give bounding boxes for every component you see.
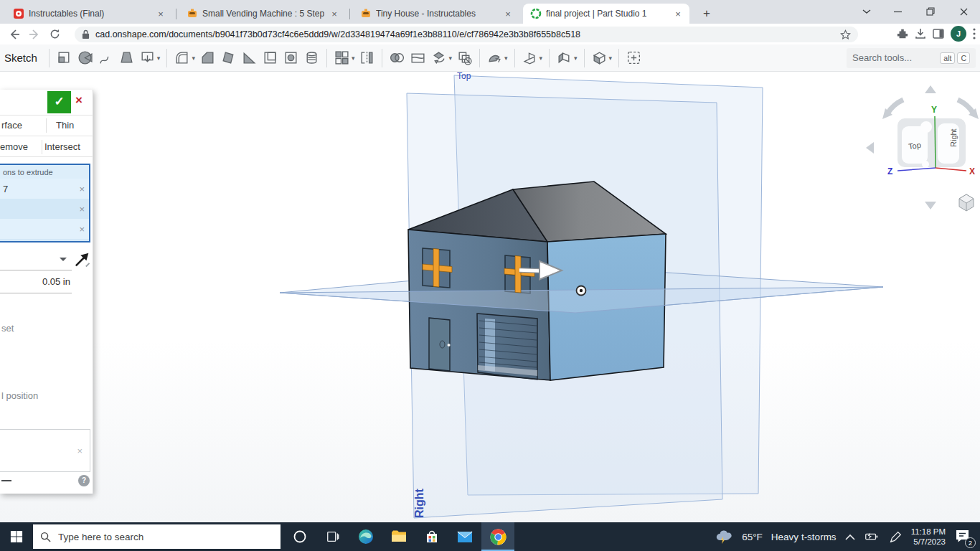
address-bar[interactable]: cad.onshape.com/documents/b9041f73b0d73c…	[75, 27, 858, 42]
chevron-down-icon[interactable]: ▾	[157, 55, 161, 62]
transform-tool-icon[interactable]: ▾	[430, 50, 452, 66]
boundary-surface-tool-icon[interactable]: ▾	[556, 50, 578, 66]
sweep-tool-icon[interactable]	[98, 50, 114, 66]
fillet-tool-icon[interactable]: ▾	[174, 50, 195, 66]
op-remove[interactable]: emove	[0, 141, 28, 152]
start-button[interactable]	[0, 522, 33, 551]
custom-feature-tool-icon[interactable]	[626, 50, 642, 66]
tab-part-studio-active[interactable]: final project | Part Studio 1 ×	[523, 4, 689, 24]
enclose-tool-icon[interactable]: ▾	[591, 50, 613, 66]
depth-value-field[interactable]: 0.05 in	[0, 276, 70, 287]
file-explorer-button[interactable]	[382, 522, 415, 551]
tab-search-chevron-icon[interactable]	[852, 0, 881, 23]
view-cube[interactable]: Top Right Y X Z	[866, 85, 979, 211]
linear-pattern-tool-icon[interactable]: ▾	[334, 50, 355, 66]
mirror-tool-icon[interactable]	[359, 50, 375, 66]
close-icon[interactable]: ×	[329, 9, 340, 19]
isometric-view-icon[interactable]	[959, 194, 974, 211]
offset-surface-tool-icon[interactable]: ▾	[522, 50, 543, 66]
split-tool-icon[interactable]	[410, 50, 426, 66]
close-icon[interactable]: ×	[502, 9, 514, 19]
window-minimize-button[interactable]	[881, 0, 914, 23]
mail-button[interactable]	[448, 522, 481, 551]
end-type-dropdown-caret[interactable]	[59, 256, 67, 262]
chevron-down-icon[interactable]: ▾	[540, 55, 543, 62]
chevron-down-icon[interactable]: ▾	[609, 55, 613, 62]
chevron-down-icon[interactable]: ▾	[504, 55, 508, 62]
search-tools-field[interactable]: Search tools... alt C	[847, 48, 976, 68]
origin-point[interactable]	[577, 286, 586, 296]
op-intersect[interactable]: Intersect	[44, 141, 80, 152]
roll-left-arrow[interactable]	[887, 100, 903, 113]
tab-tiny-house[interactable]: Tiny House - Instructables ×	[353, 4, 519, 24]
thicken-tool-icon[interactable]: ▾	[139, 50, 161, 66]
viewport-canvas[interactable]: Top Right Top Right	[0, 72, 980, 522]
chamfer-tool-icon[interactable]	[199, 50, 216, 66]
remove-item-icon[interactable]: ×	[79, 204, 85, 215]
side-panel-icon[interactable]	[933, 28, 944, 39]
profile-avatar[interactable]: J	[951, 26, 966, 42]
flip-direction-arrow-icon[interactable]	[72, 249, 92, 269]
cancel-button[interactable]: ×	[75, 93, 83, 108]
clear-selection-icon[interactable]: ×	[77, 446, 83, 456]
chevron-down-icon[interactable]: ▾	[192, 55, 195, 62]
browser-menu-icon[interactable]	[973, 28, 976, 39]
tab-thin[interactable]: Thin	[56, 120, 74, 131]
tray-chevron-icon[interactable]	[845, 534, 855, 540]
end-type-select-underline[interactable]	[0, 270, 72, 270]
tab-vending-machine[interactable]: Small Vending Machine : 5 Steps ×	[179, 4, 346, 24]
url-text[interactable]: cad.onshape.com/documents/b9041f73b0d73c…	[95, 29, 840, 39]
offset-option-label[interactable]: set	[1, 323, 14, 334]
sketch-button[interactable]: Sketch	[4, 52, 37, 64]
rotate-left-arrow[interactable]	[866, 142, 874, 154]
window-close-button[interactable]	[947, 0, 980, 23]
accept-button[interactable]: ✓	[47, 91, 71, 113]
tab-surface[interactable]: rface	[1, 120, 22, 131]
help-icon[interactable]: ?	[78, 475, 90, 486]
microsoft-store-button[interactable]	[415, 522, 448, 551]
pen-icon[interactable]	[888, 529, 903, 544]
roll-right-arrow[interactable]	[958, 100, 974, 113]
bookmark-star-icon[interactable]	[840, 29, 851, 40]
view-cube-corner[interactable]	[922, 161, 929, 168]
draft-tool-icon[interactable]	[220, 50, 237, 66]
notification-center-button[interactable]: 2	[954, 528, 973, 545]
back-icon[interactable]	[4, 26, 24, 43]
shell-tool-icon[interactable]	[262, 50, 278, 66]
rib-tool-icon[interactable]	[241, 50, 258, 66]
loft-tool-icon[interactable]	[118, 50, 135, 66]
chevron-down-icon[interactable]: ▾	[574, 55, 578, 62]
list-item[interactable]: ×	[0, 239, 89, 242]
cortana-button[interactable]	[283, 522, 316, 551]
view-cube-corner[interactable]	[920, 121, 932, 133]
tab-instructables-final[interactable]: Instructables (Final) ×	[6, 4, 172, 24]
regions-to-extrude-list[interactable]: ons to extrude 7× × × ×	[0, 164, 90, 242]
battery-icon[interactable]	[864, 529, 880, 545]
boolean-tool-icon[interactable]	[389, 50, 405, 66]
rotate-down-arrow[interactable]	[925, 202, 936, 209]
extensions-puzzle-icon[interactable]	[897, 28, 908, 39]
remove-item-icon[interactable]: ×	[79, 224, 85, 235]
taskbar-clock[interactable]: 11:18 PM 5/7/2023	[911, 527, 946, 547]
list-item[interactable]: 7×	[0, 179, 89, 199]
taskbar-search-box[interactable]: Type here to search	[33, 524, 281, 549]
thread-tool-icon[interactable]	[303, 50, 320, 66]
chevron-down-icon[interactable]: ▾	[352, 55, 355, 62]
task-view-button[interactable]	[316, 522, 349, 551]
reload-icon[interactable]	[44, 26, 65, 43]
graphics-area[interactable]: Top Right Top Right	[0, 72, 980, 522]
edge-button[interactable]	[349, 522, 382, 551]
garage-door[interactable]	[477, 314, 537, 380]
extrude-tool-icon[interactable]	[56, 50, 72, 66]
list-item[interactable]: ×	[0, 199, 89, 219]
forward-icon[interactable]	[24, 26, 44, 43]
rotate-up-arrow[interactable]	[925, 85, 936, 93]
chevron-down-icon[interactable]: ▾	[448, 55, 452, 62]
temperature-text[interactable]: 65°F	[742, 532, 763, 542]
hole-tool-icon[interactable]	[283, 50, 299, 66]
download-icon[interactable]	[915, 28, 926, 39]
remove-item-icon[interactable]: ×	[79, 184, 85, 194]
new-tab-button[interactable]: +	[697, 4, 716, 23]
window-restore-button[interactable]	[914, 0, 947, 23]
position-option-label[interactable]: l position	[1, 390, 38, 401]
